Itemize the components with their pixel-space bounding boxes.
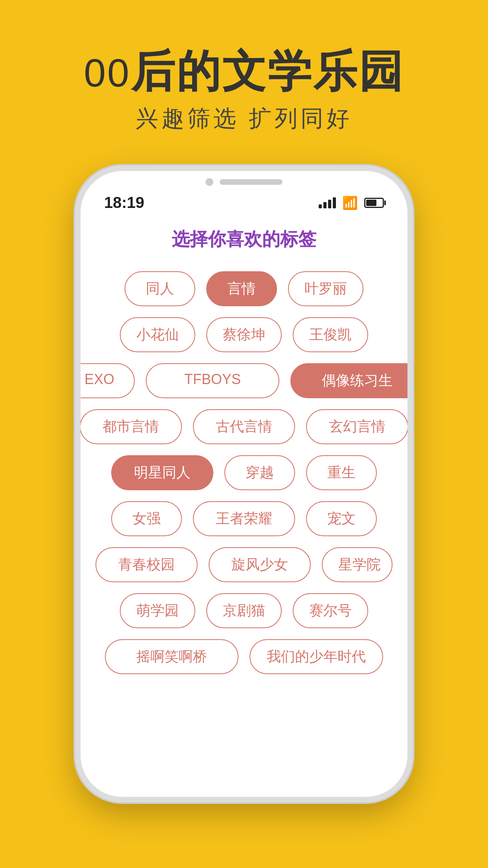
phone-camera-area (205, 178, 283, 186)
tag-0-0[interactable]: 同人 (125, 271, 195, 306)
signal-bar-3 (328, 200, 331, 208)
tag-5-2[interactable]: 宠文 (306, 501, 377, 536)
tag-4-2[interactable]: 重生 (306, 455, 377, 490)
tags-row-0: 同人言情叶罗丽 (96, 271, 392, 306)
tag-4-0[interactable]: 明星同人 (111, 455, 213, 490)
status-icons: 📶 (319, 195, 384, 210)
battery-icon (364, 198, 384, 208)
title-suffix: 后的文学乐园 (131, 47, 404, 96)
tag-3-1[interactable]: 古代言情 (193, 409, 295, 444)
tag-3-2[interactable]: 玄幻言情 (306, 409, 408, 444)
tag-3-0[interactable]: 都市言情 (80, 409, 182, 444)
title-prefix: 00 (84, 51, 130, 95)
tag-0-2[interactable]: 叶罗丽 (288, 271, 363, 306)
tags-row-5: 女强王者荣耀宠文 (96, 501, 392, 536)
tag-1-0[interactable]: 小花仙 (120, 317, 195, 352)
phone-top-bar (81, 171, 407, 186)
tag-0-1[interactable]: 言情 (206, 271, 277, 306)
main-title: 00后的文学乐园 (0, 47, 488, 96)
tags-row-7: 萌学园京剧猫赛尔号 (96, 593, 392, 628)
battery-fill (366, 200, 376, 206)
background: 00后的文学乐园 兴趣筛选 扩列同好 18:19 (0, 0, 488, 868)
phone-wrapper: 18:19 📶 (75, 166, 413, 802)
tag-2-2[interactable]: 偶像练习生 (290, 363, 413, 398)
signal-bar-4 (333, 197, 336, 208)
wifi-icon: 📶 (342, 195, 358, 210)
status-time: 18:19 (104, 194, 144, 211)
tag-7-0[interactable]: 萌学园 (120, 593, 195, 628)
tag-2-1[interactable]: TFBOYS (146, 363, 279, 398)
camera-dot (205, 178, 213, 186)
signal-bar-1 (319, 204, 322, 208)
status-bar: 18:19 📶 (81, 186, 407, 215)
signal-bar-2 (323, 202, 327, 208)
tags-container: 同人言情叶罗丽小花仙蔡徐坤王俊凯EXOTFBOYS偶像练习生都市言情古代言情玄幻… (81, 271, 407, 674)
tag-1-2[interactable]: 王俊凯 (293, 317, 368, 352)
sub-title: 兴趣筛选 扩列同好 (0, 103, 488, 134)
tag-5-1[interactable]: 王者荣耀 (193, 501, 295, 536)
page-title: 选择你喜欢的标签 (81, 215, 407, 271)
tags-row-2: EXOTFBOYS偶像练习生 (96, 363, 392, 398)
tag-6-1[interactable]: 旋风少女 (209, 547, 311, 582)
tag-6-2[interactable]: 星学院 (322, 547, 393, 582)
tag-5-0[interactable]: 女强 (111, 501, 182, 536)
header-section: 00后的文学乐园 兴趣筛选 扩列同好 (0, 0, 488, 134)
speaker-bar (220, 179, 283, 185)
signal-icon (319, 197, 336, 208)
phone-outer: 18:19 📶 (75, 166, 413, 802)
tag-1-1[interactable]: 蔡徐坤 (206, 317, 282, 352)
tag-4-1[interactable]: 穿越 (224, 455, 295, 490)
tag-8-0[interactable]: 摇啊笑啊桥 (105, 639, 238, 674)
tags-row-1: 小花仙蔡徐坤王俊凯 (96, 317, 392, 352)
tag-7-1[interactable]: 京剧猫 (206, 593, 282, 628)
tag-7-2[interactable]: 赛尔号 (293, 593, 368, 628)
tag-8-1[interactable]: 我们的少年时代 (250, 639, 383, 674)
tags-row-3: 都市言情古代言情玄幻言情 (96, 409, 392, 444)
tags-row-6: 青春校园旋风少女星学院 (96, 547, 392, 582)
tag-6-0[interactable]: 青春校园 (95, 547, 198, 582)
tags-row-4: 明星同人穿越重生 (96, 455, 392, 490)
tag-2-0[interactable]: EXO (75, 363, 135, 398)
tags-row-8: 摇啊笑啊桥我们的少年时代 (96, 639, 392, 674)
